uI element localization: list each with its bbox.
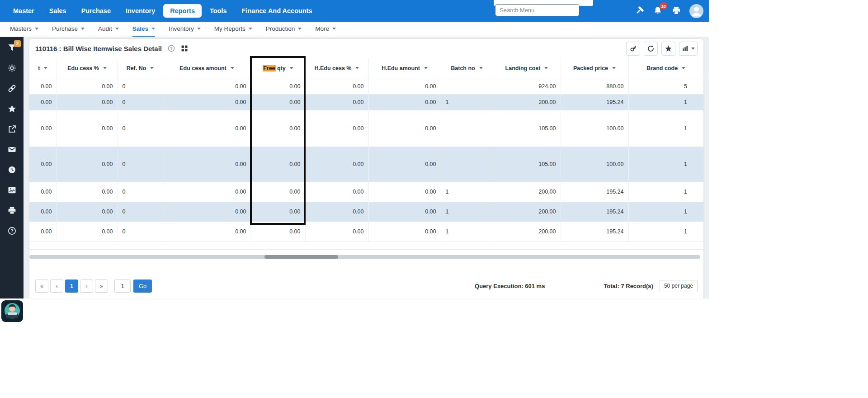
table-cell: 0.00 — [368, 202, 441, 222]
chevron-down-icon — [298, 28, 302, 30]
subnav-inventory[interactable]: Inventory — [169, 22, 201, 37]
per-page-select[interactable]: 50 per page — [660, 280, 698, 292]
column-header-edu-cess-amount[interactable]: Edu cess amount — [163, 58, 251, 79]
search-menu-input[interactable] — [495, 4, 580, 16]
chat-assistant-logo[interactable] — [1, 300, 24, 322]
sort-caret-icon — [544, 67, 548, 69]
subnav-more[interactable]: More — [315, 22, 336, 37]
column-header-hedu-amount[interactable]: H.Edu amount — [368, 58, 441, 79]
subnav-sales[interactable]: Sales — [132, 22, 155, 37]
mail-icon[interactable] — [7, 145, 16, 154]
filter-icon[interactable]: 2 — [7, 43, 16, 52]
table-cell: 1 — [628, 202, 703, 222]
table-row[interactable]: 0.000.0000.000.000.000.001200.00195.241 — [29, 94, 703, 110]
table-row[interactable]: 0.000.0000.000.000.000.00105.00100.001 — [29, 110, 703, 147]
gavel-icon[interactable] — [634, 5, 645, 16]
subnav-my-reports[interactable]: My Reports — [214, 22, 252, 37]
clock-icon[interactable] — [7, 165, 16, 174]
table-cell: 0.00 — [251, 147, 305, 182]
sort-caret-icon — [290, 67, 293, 69]
table-row[interactable]: 0.000.0000.000.000.000.00924.00880.005 — [29, 79, 703, 94]
column-header-free-qty[interactable]: Free qty — [251, 58, 305, 79]
column-header-hedu-cess-pct[interactable]: H.Edu cess % — [305, 58, 368, 79]
column-header-edu-cess-pct[interactable]: Edu cess % — [57, 58, 118, 79]
subnav-audit[interactable]: Audit — [98, 22, 119, 37]
table-cell: 0.00 — [29, 79, 57, 94]
top-menu-bar: Master Sales Purchase Inventory Reports … — [0, 0, 709, 22]
refresh-button[interactable] — [644, 42, 658, 56]
chevron-down-icon — [35, 28, 38, 30]
table-cell: 1 — [441, 202, 493, 222]
table-cell: 1 — [441, 182, 493, 202]
last-page-button[interactable]: » — [95, 280, 108, 293]
star-icon[interactable] — [7, 104, 16, 113]
next-page-button[interactable]: › — [80, 280, 93, 293]
current-page-button[interactable]: 1 — [65, 280, 78, 293]
table-cell: 0.00 — [368, 94, 441, 110]
menu-master[interactable]: Master — [6, 4, 41, 18]
chart-view-button[interactable] — [679, 42, 698, 56]
menu-finance-and-accounts[interactable]: Finance And Accounts — [235, 4, 319, 18]
table-cell: 0.00 — [368, 147, 441, 182]
menu-reports[interactable]: Reports — [163, 4, 202, 18]
table-body: 0.000.0000.000.000.000.00924.00880.0050.… — [29, 79, 703, 242]
chevron-down-icon — [115, 28, 119, 30]
table-cell: 0.00 — [57, 182, 118, 202]
footer-status-group: Query Execution: 601 ms Total: 7 Record(… — [475, 280, 698, 292]
table-cell: 0 — [118, 182, 163, 202]
subnav-production[interactable]: Production — [266, 22, 302, 37]
menu-tools[interactable]: Tools — [203, 4, 234, 18]
table-cell: 1 — [441, 222, 493, 242]
table-cell: 195.24 — [561, 182, 628, 202]
menu-purchase[interactable]: Purchase — [75, 4, 118, 18]
chevron-down-icon — [249, 28, 252, 30]
menu-sales[interactable]: Sales — [42, 4, 73, 18]
go-button[interactable]: Go — [133, 280, 152, 293]
help-icon[interactable]: ? — [7, 226, 16, 235]
chevron-down-icon — [691, 47, 695, 50]
table-cell: 0.00 — [305, 222, 368, 242]
user-avatar[interactable] — [689, 4, 703, 18]
help-circle-icon[interactable]: ? — [168, 45, 175, 52]
table-row[interactable]: 0.000.0000.000.000.000.00105.00100.001 — [29, 147, 703, 182]
column-header-ref-no[interactable]: Ref. No — [118, 58, 163, 79]
menu-inventory[interactable]: Inventory — [119, 4, 162, 18]
printer-icon[interactable] — [7, 206, 16, 215]
sort-caret-icon — [682, 67, 685, 69]
column-header-packed-price[interactable]: Packed price — [561, 58, 628, 79]
scrollbar-thumb[interactable] — [264, 255, 338, 259]
table-cell: 1 — [441, 94, 493, 110]
report-footer: « ‹ 1 › » Go Query Execution: 601 ms Tot… — [29, 280, 703, 293]
grid-icon[interactable] — [181, 45, 188, 52]
table-row[interactable]: 0.000.0000.000.000.000.001200.00195.241 — [29, 182, 703, 202]
table-row[interactable]: 0.000.0000.000.000.000.001200.00195.241 — [29, 202, 703, 222]
table-row[interactable]: 0.000.0000.000.000.000.001200.00195.241 — [29, 222, 703, 242]
page-number-input[interactable] — [114, 280, 131, 293]
column-header-t[interactable]: t — [29, 58, 57, 79]
table-cell: 0.00 — [57, 147, 118, 182]
table-cell: 0.00 — [29, 147, 57, 182]
column-header-landing-cost[interactable]: Landing cost — [493, 58, 561, 79]
chevron-down-icon — [197, 28, 201, 30]
prev-page-button[interactable]: ‹ — [50, 280, 63, 293]
printer-icon[interactable] — [671, 5, 682, 16]
bell-icon[interactable]: 10 — [652, 5, 663, 16]
table-cell: 0.00 — [163, 147, 251, 182]
key-button[interactable] — [626, 42, 640, 56]
svg-text:?: ? — [10, 228, 13, 233]
image-icon[interactable] — [7, 185, 16, 194]
subnav-masters[interactable]: Masters — [10, 22, 38, 37]
gear-icon[interactable] — [7, 63, 16, 72]
table-header: t Edu cess % Ref. No Edu cess amount Fre… — [29, 58, 703, 79]
column-header-batch-no[interactable]: Batch no — [441, 58, 493, 79]
link-icon[interactable] — [7, 84, 16, 93]
first-page-button[interactable]: « — [35, 280, 48, 293]
export-icon[interactable] — [7, 124, 16, 133]
notification-badge: 10 — [660, 2, 667, 9]
table-cell: 924.00 — [493, 79, 561, 94]
column-header-brand-code[interactable]: Brand code — [628, 58, 703, 79]
table-cell: 0 — [118, 94, 163, 110]
horizontal-scrollbar[interactable] — [29, 255, 700, 259]
favorite-star-button[interactable] — [661, 42, 675, 56]
subnav-purchase[interactable]: Purchase — [52, 22, 85, 37]
